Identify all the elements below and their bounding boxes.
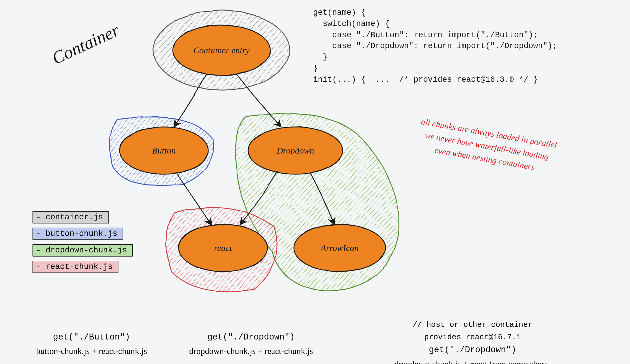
bottom-2-result: dropdown-chunk.js + react-chunk.js: [189, 344, 313, 358]
label-react: react: [214, 243, 232, 253]
bottom-col-2: get("./Dropdown") dropdown-chunk.js + re…: [189, 331, 313, 358]
diagram-stage: Container Container entry Button Dropdow…: [0, 0, 630, 364]
legend-item: - button-chunk.js: [32, 228, 123, 240]
bottom-col-1: get("./Button") button-chunk.js + react-…: [36, 331, 147, 358]
bottom-1-call: get("./Button"): [36, 331, 147, 344]
legend-item: - dropdown-chunk.js: [32, 244, 133, 257]
label-dropdown: Dropdown: [276, 146, 314, 156]
label-container-entry: Container entry: [193, 45, 250, 55]
bottom-2-call: get("./Dropdown"): [189, 331, 313, 344]
legend-item: - container.js: [32, 211, 109, 223]
bottom-1-result: button-chunk.js + react-chunk.js: [36, 344, 147, 358]
bottom-col-3: // host or other container provides reac…: [394, 319, 551, 364]
label-button: Button: [152, 146, 176, 156]
bottom-3-comment: // host or other container provides reac…: [394, 319, 551, 343]
label-arrow-icon: ArrowIcon: [321, 243, 359, 253]
legend: - container.js- button-chunk.js- dropdow…: [32, 211, 133, 273]
legend-item: - react-chunk.js: [32, 261, 118, 273]
bottom-3-result: dropdown-chunk.js + react-from-somewhere…: [394, 357, 551, 364]
bottom-3-call: get("./Dropdown"): [394, 343, 551, 357]
code-snippet: get(name) { switch(name) { case "./Butto…: [313, 7, 557, 86]
